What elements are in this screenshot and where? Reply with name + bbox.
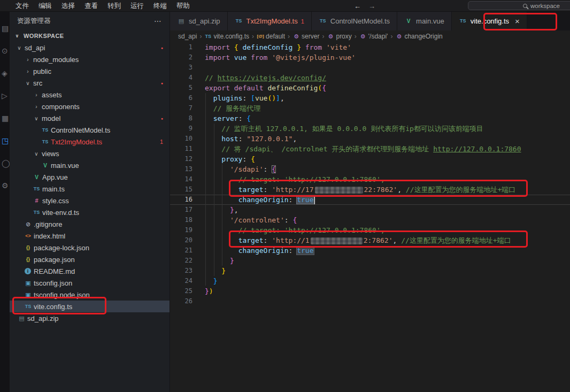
line-number[interactable]: 6 [170,93,192,103]
code-line-1[interactable]: 1import { defineConfig } from 'vite' [170,42,570,52]
tree-item-app-vue[interactable]: VApp.vue [10,171,170,183]
line-number[interactable]: 5 [170,83,192,93]
code-line-10[interactable]: 10 host: "127.0.0.1", [170,134,570,144]
line-number[interactable]: 19 [170,225,192,235]
tree-item-components[interactable]: ›components [10,101,170,112]
tree-item-views[interactable]: ∨views [10,148,170,159]
breadcrumb-server[interactable]: ⚙server [292,33,319,40]
line-number[interactable]: 4 [170,73,192,83]
code-line-3[interactable]: 3 [170,63,570,73]
line-number[interactable]: 25 [170,286,192,296]
code-line-21[interactable]: 21 changeOrigin: true [170,245,570,256]
line-number[interactable]: 20 [170,235,192,245]
tree-item-main-ts[interactable]: TSmain.ts [10,183,170,195]
code-line-18[interactable]: 18 '/controlnet': { [170,215,570,225]
line-number[interactable]: 16 [170,195,192,205]
tree-item-tsconfig-node-json[interactable]: ▣tsconfig.node.json [10,289,170,301]
close-icon[interactable]: × [515,17,520,25]
code-line-15[interactable]: 15 target: 'http://1722:7862', //这里配置为您的… [170,185,570,195]
line-number[interactable]: 26 [170,296,192,306]
tree-item-sd-api-zip[interactable]: ▤sd_api.zip [10,312,170,324]
tree-item-controlnetmodel-ts[interactable]: TSControlNetModel.ts [10,124,170,136]
breadcrumb-default[interactable]: [@]default [257,33,285,40]
line-number[interactable]: 24 [170,276,192,286]
code-line-7[interactable]: 7 // 服务端代理 [170,103,570,113]
menu-item-[interactable]: 选择 [57,0,80,12]
code-line-16[interactable]: 16 changeOrigin: true [170,195,570,205]
menu-item-[interactable]: 转到 [103,0,126,12]
code-line-14[interactable]: 14 // target: 'http://127.0.0.1:7860', [170,174,570,185]
code-line-26[interactable]: 26 [170,296,570,306]
code-line-25[interactable]: 25}) [170,286,570,296]
tree-item-package-json[interactable]: {}package.json [10,253,170,265]
tree-item-vite-config-ts[interactable]: TSvite.config.ts [10,301,170,312]
tab-main-vue[interactable]: Vmain.vue [397,12,452,30]
code-line-5[interactable]: 5export default defineConfig({ [170,83,570,93]
tree-item-style-css[interactable]: #style.css [10,195,170,206]
tree-item-readme-md[interactable]: iREADME.md [10,265,170,277]
code-line-6[interactable]: 6 plugins: [vue()], [170,93,570,103]
back-arrow-icon[interactable]: ← [354,2,361,10]
source-control-icon[interactable]: ◈ [2,70,7,78]
account-icon[interactable]: ◯ [2,159,10,167]
tree-item-tsconfig-json[interactable]: ▣tsconfig.json [10,277,170,289]
tree-item-main-vue[interactable]: Vmain.vue [10,159,170,171]
tree-item-model[interactable]: ∨model● [10,112,170,124]
command-center-search[interactable]: workspace [468,1,570,10]
line-number[interactable]: 14 [170,174,192,185]
breadcrumb-sd-api[interactable]: sd_api [178,33,197,40]
line-number[interactable]: 17 [170,205,192,215]
tree-item-assets[interactable]: ›assets [10,89,170,101]
run-debug-icon[interactable]: ▷ [2,92,7,100]
code-line-4[interactable]: 4// https://vitejs.dev/config/ [170,73,570,83]
tree-item-public[interactable]: ›public [10,65,170,77]
code-line-17[interactable]: 17 }, [170,205,570,215]
forward-arrow-icon[interactable]: → [368,2,375,10]
line-number[interactable]: 13 [170,164,192,174]
line-number[interactable]: 8 [170,113,192,124]
extensions-icon[interactable]: ▦ [2,114,9,122]
line-number[interactable]: 18 [170,215,192,225]
tree-item-src[interactable]: ∨src● [10,77,170,89]
menu-item-[interactable]: 运行 [126,0,149,12]
code-line-22[interactable]: 22 } [170,256,570,266]
code-line-8[interactable]: 8 server: { [170,113,570,124]
line-number[interactable]: 21 [170,245,192,256]
settings-icon[interactable]: ⚙ [2,182,9,190]
line-number[interactable]: 7 [170,103,192,113]
code-line-19[interactable]: 19 // target: 'http://127.0.0.1:7860', [170,225,570,235]
line-number[interactable]: 15 [170,185,192,195]
menu-item-[interactable]: 帮助 [172,0,195,12]
breadcrumb-sdapi[interactable]: ⚙'/sdapi' [359,33,388,40]
code-line-23[interactable]: 23 } [170,266,570,276]
workspace-section-header[interactable]: ∨ WORKSPACE [10,30,170,42]
breadcrumb-changeorigin[interactable]: ⚙changeOrigin [395,33,442,40]
remote-icon[interactable]: ◳ [2,137,9,145]
search-icon[interactable]: ⊙ [2,47,8,55]
line-number[interactable]: 12 [170,154,192,164]
menu-item-[interactable]: 终端 [149,0,172,12]
code-editor[interactable]: 1import { defineConfig } from 'vite'2imp… [170,42,570,392]
tree-item-node-modules[interactable]: ›node_modules [10,53,170,65]
tree-item-sd-api[interactable]: ∨sd_api● [10,42,170,53]
menu-item-[interactable]: 文件 [11,0,34,12]
line-number[interactable]: 1 [170,42,192,52]
tab-controlnetmodel-ts[interactable]: TSControlNetModel.ts [312,12,397,30]
line-number[interactable]: 2 [170,52,192,63]
line-number[interactable]: 3 [170,63,192,73]
tree-item-vite-env-d-ts[interactable]: TSvite-env.d.ts [10,206,170,218]
code-line-12[interactable]: 12 proxy: { [170,154,570,164]
line-number[interactable]: 9 [170,124,192,134]
code-line-11[interactable]: 11 // 将 /sdapi、 /controlnet 开头的请求都代理到服务端… [170,144,570,154]
explorer-icon[interactable]: ▤ [2,25,9,33]
code-line-2[interactable]: 2import vue from '@vitejs/plugin-vue' [170,52,570,63]
tab-sd-api-zip[interactable]: ▤sd_api.zip [170,12,228,30]
breadcrumb-vite-config-ts[interactable]: TSvite.config.ts [204,33,249,40]
code-line-9[interactable]: 9 // 监听主机 127.0.0.1, 如果是 0.0.0.0 则代表所有ip… [170,124,570,134]
menu-item-[interactable]: 编辑 [34,0,57,12]
tree-item-txt2imgmodel-ts[interactable]: TSTxt2ImgModel.ts1 [10,136,170,148]
more-actions-icon[interactable]: ⋯ [154,17,162,25]
tree-item-index-html[interactable]: <>index.html [10,230,170,242]
line-number[interactable]: 10 [170,134,192,144]
tab-txt2imgmodel-ts[interactable]: TSTxt2ImgModel.ts1 [228,12,312,30]
